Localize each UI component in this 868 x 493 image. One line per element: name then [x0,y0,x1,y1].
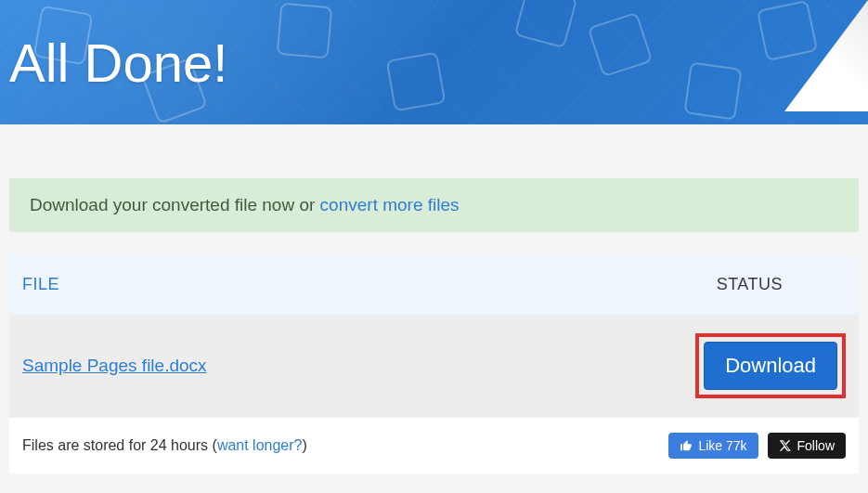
footer-bar: Files are stored for 24 hours (want long… [9,417,859,474]
convert-more-link[interactable]: convert more files [320,195,460,214]
download-button[interactable]: Download [704,342,837,390]
follow-label: Follow [797,438,835,453]
page-title: All Done! [9,32,227,94]
thumbs-up-icon [680,439,693,452]
download-highlight-box: Download [695,333,846,398]
x-icon [779,439,792,452]
storage-text-suffix: ) [303,437,307,453]
want-longer-link[interactable]: want longer? [217,437,303,453]
facebook-like-button[interactable]: Like 77k [668,433,758,459]
like-label: Like 77k [698,438,746,453]
success-alert: Download your converted file now or conv… [9,178,859,232]
storage-text-prefix: Files are stored for 24 hours ( [22,437,217,453]
column-header-status: STATUS [717,275,846,294]
file-name-link[interactable]: Sample Pages file.docx [22,356,695,376]
table-row: Sample Pages file.docx Download [9,315,859,417]
alert-text: Download your converted file now or [30,195,320,214]
column-header-file: FILE [22,275,717,294]
storage-notice: Files are stored for 24 hours (want long… [22,437,307,454]
files-table: FILE STATUS Sample Pages file.docx Downl… [9,254,859,474]
table-header: FILE STATUS [9,254,859,315]
x-follow-button[interactable]: Follow [768,433,846,459]
social-buttons: Like 77k Follow [668,433,846,459]
hero-banner: All Done! [0,0,868,124]
